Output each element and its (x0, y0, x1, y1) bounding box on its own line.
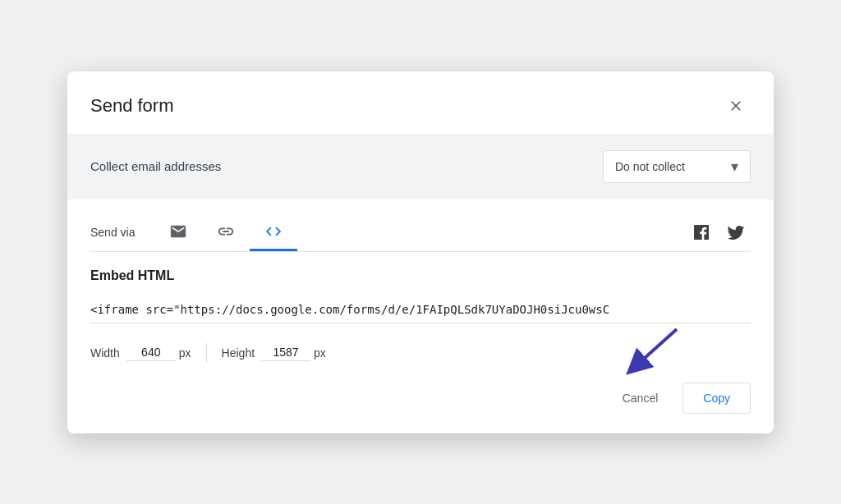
dialog-header: Send form (67, 71, 774, 134)
embed-code-row: <iframe src="https://docs.google.com/for… (90, 296, 751, 323)
embed-icon (264, 222, 283, 241)
facebook-button[interactable] (687, 218, 716, 247)
collect-dropdown[interactable]: Do not collect ▾ (603, 150, 751, 183)
facebook-icon (692, 222, 711, 242)
width-unit: px (179, 346, 191, 360)
embed-section: Embed HTML <iframe src="https://docs.goo… (67, 252, 774, 363)
embed-code-text: <iframe src="https://docs.google.com/for… (90, 303, 751, 316)
send-via-label: Send via (90, 226, 135, 239)
twitter-button[interactable] (721, 218, 751, 247)
arrow-annotation (611, 321, 685, 382)
copy-button[interactable]: Copy (682, 383, 751, 414)
height-label: Height (222, 346, 255, 360)
tab-embed[interactable] (250, 214, 297, 251)
cancel-button[interactable]: Cancel (608, 383, 673, 413)
svg-line-1 (636, 329, 677, 366)
collect-email-row: Collect email addresses Do not collect ▾ (67, 134, 774, 199)
tab-icons (154, 214, 687, 251)
link-icon (217, 222, 235, 241)
send-via-section: Send via (67, 199, 774, 251)
embed-title: Embed HTML (90, 268, 751, 283)
width-label: Width (90, 346, 120, 360)
arrow-icon (611, 321, 685, 378)
send-via-row: Send via (90, 214, 751, 251)
collect-email-label: Collect email addresses (90, 159, 221, 173)
tab-link[interactable] (202, 214, 250, 251)
tab-email[interactable] (154, 214, 202, 251)
email-icon (169, 222, 187, 241)
close-icon (728, 98, 744, 114)
dimension-divider (206, 343, 207, 363)
height-input[interactable] (261, 344, 310, 361)
height-unit: px (314, 346, 326, 360)
chevron-down-icon: ▾ (731, 158, 738, 176)
send-form-dialog: Send form Collect email addresses Do not… (67, 71, 774, 433)
collect-dropdown-value: Do not collect (615, 160, 685, 173)
twitter-icon (726, 222, 746, 242)
social-icons (687, 218, 751, 247)
close-button[interactable] (721, 91, 751, 121)
width-input[interactable] (126, 344, 176, 361)
dialog-title: Send form (90, 95, 174, 117)
